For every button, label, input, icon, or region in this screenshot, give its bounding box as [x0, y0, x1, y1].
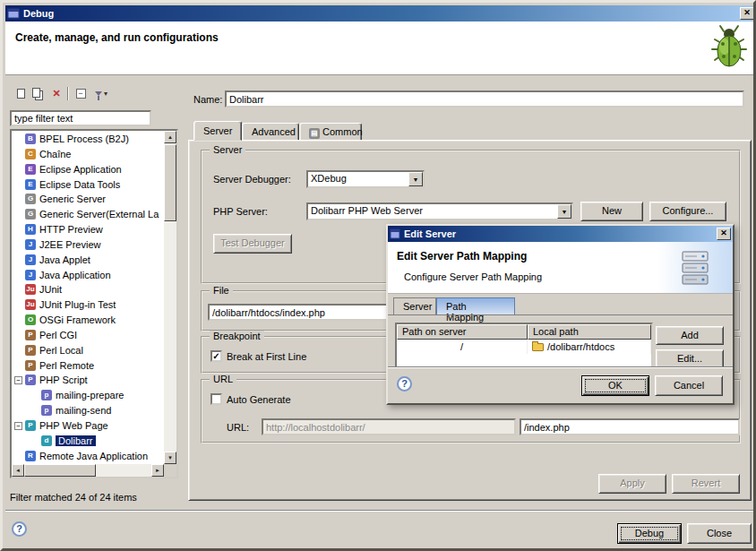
- tree-item-label: Eclipse Data Tools: [39, 179, 120, 190]
- footer-separator: [5, 510, 756, 512]
- eclipse-data-tools-icon: E: [25, 179, 36, 190]
- tree-item-label: Remote Java Application: [39, 451, 148, 461]
- add-mapping-button[interactable]: Add: [656, 326, 724, 345]
- tree-item-label: J2EE Preview: [39, 239, 100, 250]
- close-icon[interactable]: ✕: [740, 7, 754, 20]
- filter-menu-button[interactable]: ▾: [90, 85, 113, 102]
- perl-remote-icon: P: [25, 360, 36, 371]
- osgi-framework-icon: O: [25, 314, 36, 325]
- auto-generate-checkbox[interactable]: [210, 393, 222, 405]
- url-group-title: URL: [210, 374, 236, 385]
- scroll-right-icon[interactable]: ►: [151, 464, 164, 477]
- tree-item[interactable]: EEclipse Data Tools: [13, 177, 163, 192]
- configurations-tree: BBPEL Process (B2J) CChaîne EEclipse App…: [10, 129, 178, 478]
- tree-item[interactable]: OOSGi Framework: [13, 313, 163, 327]
- tree-item[interactable]: RRemote Java Application: [13, 449, 163, 463]
- php-server-combo[interactable]: Dolibarr PHP Web Server ▼: [306, 202, 573, 220]
- horizontal-scroll-thumb[interactable]: [24, 464, 96, 477]
- tree-item[interactable]: CChaîne: [13, 147, 163, 161]
- php-file-icon: p: [41, 390, 52, 400]
- dialog-header: Edit Server Path Mapping Configure Serve…: [388, 242, 733, 294]
- file-group-title: File: [210, 285, 233, 297]
- window-titlebar[interactable]: Debug ✕: [5, 5, 756, 22]
- revert-button[interactable]: Revert: [672, 474, 740, 494]
- tree-item-label: Generic Server(External La: [39, 209, 159, 220]
- tree-item-label: Dolibarr: [56, 435, 96, 446]
- tree-item[interactable]: GGeneric Server(External La: [13, 207, 163, 221]
- table-cell-local-path[interactable]: /dolibarr/htdocs: [528, 340, 651, 354]
- java-applet-icon: J: [25, 254, 36, 265]
- close-button[interactable]: Close: [687, 523, 752, 544]
- tree-item[interactable]: JuJUnit: [13, 282, 163, 297]
- scroll-up-icon[interactable]: ▲: [164, 131, 176, 143]
- test-debugger-button[interactable]: Test Debugger: [213, 234, 292, 254]
- name-input[interactable]: [225, 90, 744, 108]
- dialog-titlebar[interactable]: Edit Server ✕: [388, 226, 733, 242]
- server-image-panel: [657, 242, 733, 293]
- tree-item-label: OSGi Framework: [39, 314, 116, 325]
- php-page-icon: d: [41, 435, 52, 446]
- vertical-scroll-thumb[interactable]: [164, 144, 176, 221]
- tab-common-label: Common: [322, 126, 363, 137]
- delete-configuration-button[interactable]: ✕: [47, 85, 65, 102]
- dialog-tab-path-mapping[interactable]: Path Mapping: [436, 297, 515, 315]
- dropdown-arrow-icon[interactable]: ▼: [557, 204, 571, 219]
- tree-item[interactable]: JJava Applet: [13, 253, 163, 267]
- collapse-toggle-icon[interactable]: −: [14, 376, 22, 384]
- configure-server-button[interactable]: Configure...: [649, 202, 726, 221]
- tree-item-label: Eclipse Application: [39, 164, 122, 175]
- dialog-help-icon[interactable]: ?: [397, 376, 412, 392]
- break-first-line-checkbox[interactable]: ✓: [210, 350, 222, 362]
- tree-item[interactable]: GGeneric Server: [13, 192, 163, 206]
- help-icon[interactable]: ?: [12, 521, 27, 537]
- tree-item[interactable]: PPerl CGI: [13, 328, 163, 342]
- dialog-title: Edit Server: [404, 228, 713, 239]
- tree-item[interactable]: BBPEL Process (B2J): [13, 132, 163, 146]
- duplicate-configuration-button[interactable]: [30, 85, 47, 102]
- column-header-local-path[interactable]: Local path: [528, 324, 651, 340]
- tree-item[interactable]: pmailing-send: [13, 403, 163, 418]
- server-icon: [681, 250, 709, 286]
- debug-button[interactable]: Debug: [617, 523, 682, 544]
- server-debugger-combo[interactable]: XDebug ▼: [306, 170, 425, 188]
- tree-item[interactable]: JuJUnit Plug-in Test: [13, 297, 163, 312]
- tree-vertical-scrollbar[interactable]: ▲ ▼: [164, 131, 176, 464]
- column-header-path-on-server[interactable]: Path on server: [397, 324, 528, 340]
- dialog-button-bar: ? OK Cancel: [388, 366, 733, 403]
- new-server-button[interactable]: New: [580, 202, 643, 221]
- ok-button[interactable]: OK: [581, 375, 649, 396]
- apply-button[interactable]: Apply: [598, 474, 666, 494]
- url-base-input[interactable]: [262, 418, 516, 435]
- tree-item[interactable]: EEclipse Application: [13, 162, 163, 176]
- dropdown-arrow-icon[interactable]: ▼: [408, 172, 423, 186]
- toolbar-separator: [67, 87, 69, 100]
- tab-common[interactable]: ▤Common: [299, 123, 362, 141]
- tree-item[interactable]: pmailing-prepare: [13, 388, 163, 402]
- edit-mapping-button[interactable]: Edit...: [656, 349, 724, 368]
- scroll-left-icon[interactable]: ◄: [12, 464, 24, 477]
- tree-item[interactable]: JJ2EE Preview: [13, 237, 163, 252]
- tree-item[interactable]: HHTTP Preview: [13, 222, 163, 237]
- tree-item-selected[interactable]: dDolibarr: [13, 434, 163, 448]
- cancel-button[interactable]: Cancel: [655, 375, 723, 396]
- tree-item-label: BPEL Process (B2J): [39, 133, 129, 144]
- new-configuration-button[interactable]: [12, 85, 30, 102]
- collapse-toggle-icon[interactable]: −: [14, 422, 22, 430]
- scroll-down-icon[interactable]: ▼: [164, 452, 176, 464]
- tree-item[interactable]: −PPHP Script: [13, 373, 163, 387]
- tree-item[interactable]: JJava Application: [13, 268, 163, 282]
- table-cell-path-on-server[interactable]: /: [397, 340, 528, 354]
- tree-item[interactable]: PPerl Remote: [13, 358, 163, 373]
- dialog-tab-line: [388, 314, 733, 315]
- tab-advanced[interactable]: Advanced: [242, 123, 299, 141]
- filter-input[interactable]: [10, 110, 151, 126]
- dialog-close-icon[interactable]: ✕: [717, 228, 731, 240]
- eclipse-application-icon: E: [25, 164, 36, 175]
- collapse-all-button[interactable]: −: [72, 85, 90, 102]
- tree-item[interactable]: PPerl Local: [13, 343, 163, 357]
- dialog-tab-server[interactable]: Server: [393, 297, 436, 315]
- url-path-input[interactable]: [520, 418, 740, 435]
- tab-server[interactable]: Server: [193, 121, 242, 141]
- tree-item[interactable]: −PPHP Web Page: [13, 418, 163, 433]
- tree-horizontal-scrollbar[interactable]: ◄ ►: [12, 464, 164, 477]
